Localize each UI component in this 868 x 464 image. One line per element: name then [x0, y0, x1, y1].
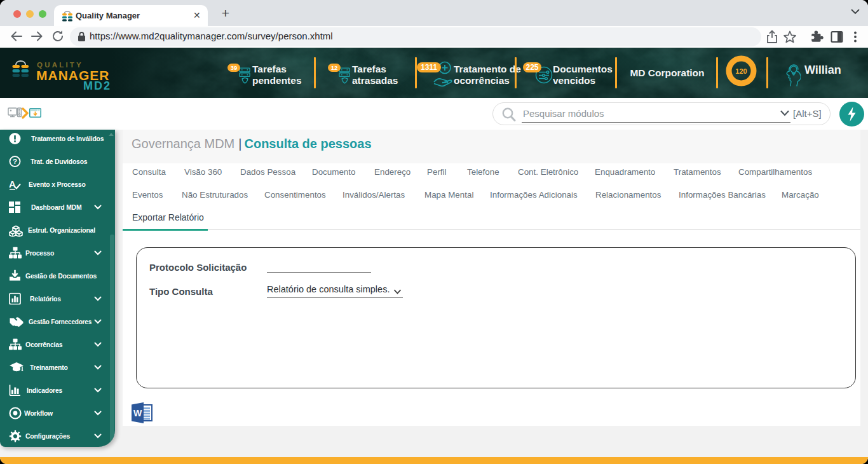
- svg-text:120: 120: [735, 67, 747, 75]
- svg-text:W: W: [133, 408, 142, 418]
- svg-text:?: ?: [13, 158, 17, 165]
